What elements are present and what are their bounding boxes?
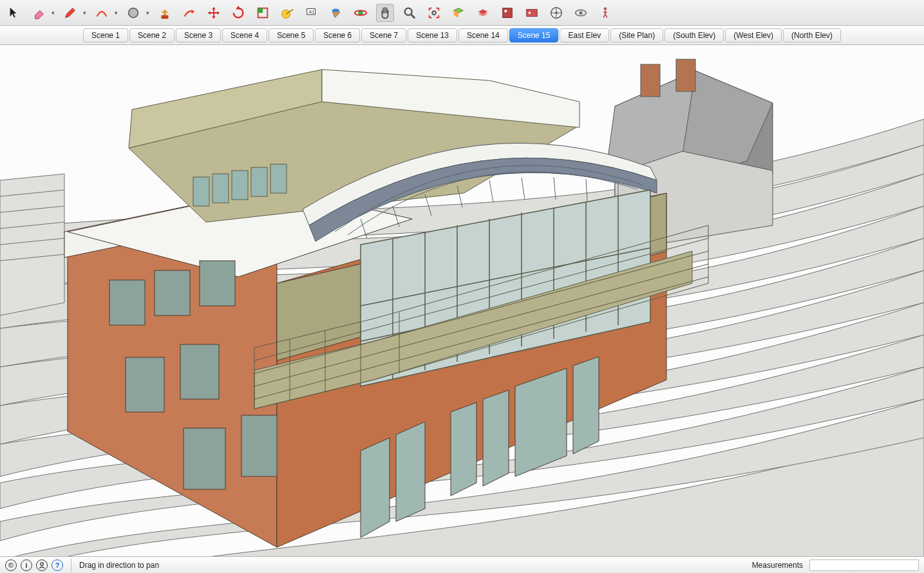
svg-text:A1: A1 <box>308 8 314 14</box>
svg-marker-68 <box>361 438 390 538</box>
scene-tabs-bar: Scene 1Scene 2Scene 3Scene 4Scene 5Scene… <box>0 26 924 45</box>
user-icon[interactable] <box>36 559 48 571</box>
svg-rect-20 <box>503 8 513 17</box>
svg-rect-51 <box>180 344 219 399</box>
svg-rect-49 <box>200 261 235 306</box>
measurements-input[interactable] <box>809 559 919 571</box>
svg-marker-4 <box>236 6 240 10</box>
svg-line-14 <box>411 14 415 18</box>
scene-tab-5[interactable]: Scene 6 <box>315 28 360 42</box>
scene-tab-1[interactable]: Scene 2 <box>129 28 174 42</box>
svg-rect-58 <box>212 174 229 203</box>
svg-rect-61 <box>270 164 287 193</box>
scale-tool[interactable] <box>254 4 272 22</box>
arc-tool[interactable] <box>93 4 111 22</box>
svg-marker-0 <box>35 10 44 19</box>
section-plane-tool[interactable] <box>449 4 467 22</box>
scene-tab-13[interactable]: (West Elev) <box>725 28 782 42</box>
svg-marker-69 <box>396 422 425 521</box>
circle-tool-dropdown[interactable]: ▾ <box>146 10 149 16</box>
zoom-extents-tool[interactable] <box>425 4 443 22</box>
svg-point-13 <box>405 8 412 15</box>
svg-marker-65 <box>483 390 509 486</box>
svg-point-29 <box>579 11 583 15</box>
text-tool[interactable]: A1 <box>303 4 321 22</box>
svg-rect-6 <box>258 8 263 12</box>
svg-rect-48 <box>155 270 190 315</box>
scene-tab-10[interactable]: East Elev <box>560 28 609 42</box>
measurements-label: Measurements <box>752 561 803 570</box>
separator <box>71 559 71 572</box>
followme-tool[interactable] <box>180 4 198 22</box>
select-tool[interactable] <box>5 4 23 22</box>
scene-tab-6[interactable]: Scene 7 <box>361 28 406 42</box>
svg-marker-3 <box>192 9 194 14</box>
copyright-icon[interactable]: © <box>5 559 17 571</box>
svg-rect-57 <box>193 177 209 206</box>
move-tool[interactable] <box>205 4 223 22</box>
svg-rect-21 <box>504 10 507 12</box>
look-around-tool[interactable] <box>572 4 590 22</box>
svg-point-15 <box>432 11 436 15</box>
model-viewport[interactable] <box>0 45 924 556</box>
svg-marker-64 <box>451 402 476 496</box>
status-bar: © i ? Drag in direction to pan Measureme… <box>0 556 924 573</box>
pan-tool[interactable] <box>376 4 394 22</box>
pushpull-tool[interactable] <box>156 4 174 22</box>
circle-tool[interactable] <box>124 4 142 22</box>
svg-rect-47 <box>109 280 145 325</box>
svg-point-30 <box>604 7 607 10</box>
svg-rect-22 <box>527 9 538 16</box>
layers-tool[interactable] <box>474 4 492 22</box>
svg-point-10 <box>332 8 339 12</box>
scene-tab-0[interactable]: Scene 1 <box>83 28 128 42</box>
main-toolbar: ▾▾▾▾A1 <box>0 0 924 26</box>
scene-tab-3[interactable]: Scene 4 <box>222 28 267 42</box>
svg-rect-42 <box>641 64 660 97</box>
tape-measure-tool[interactable] <box>278 4 296 22</box>
scene-tab-8[interactable]: Scene 14 <box>458 28 508 42</box>
paint-bucket-tool[interactable] <box>327 4 345 22</box>
status-hint: Drag in direction to pan <box>79 561 159 570</box>
svg-point-27 <box>555 12 558 14</box>
svg-rect-43 <box>676 59 695 91</box>
scene-tab-2[interactable]: Scene 3 <box>176 28 221 42</box>
arc-tool-dropdown[interactable]: ▾ <box>115 10 118 16</box>
svg-marker-67 <box>573 357 599 454</box>
svg-point-11 <box>358 10 363 15</box>
scene-tab-12[interactable]: (South Elev) <box>665 28 724 42</box>
walk-tool[interactable] <box>596 4 614 22</box>
rotate-tool[interactable] <box>229 4 247 22</box>
outliner-tool[interactable] <box>498 4 516 22</box>
scene-tab-14[interactable]: (North Elev) <box>783 28 841 42</box>
help-icon[interactable]: ? <box>52 559 63 571</box>
position-camera-tool[interactable] <box>547 4 565 22</box>
svg-rect-52 <box>184 428 225 489</box>
orbit-tool[interactable] <box>352 4 370 22</box>
scene-tab-7[interactable]: Scene 13 <box>408 28 457 42</box>
scene-tab-4[interactable]: Scene 5 <box>269 28 314 42</box>
scene-tab-11[interactable]: (Site Plan) <box>610 28 663 42</box>
svg-rect-2 <box>162 15 169 18</box>
info-icon[interactable]: i <box>21 559 32 571</box>
svg-rect-60 <box>251 167 267 196</box>
zoom-tool[interactable] <box>401 4 419 22</box>
svg-rect-59 <box>232 171 248 200</box>
svg-point-1 <box>129 8 138 17</box>
styles-tool[interactable] <box>523 4 541 22</box>
scene-tab-9[interactable]: Scene 15 <box>509 28 559 42</box>
pencil-tool-dropdown[interactable]: ▾ <box>83 10 86 16</box>
eraser-tool[interactable] <box>30 4 48 22</box>
svg-rect-50 <box>126 357 164 412</box>
pencil-tool[interactable] <box>61 4 79 22</box>
svg-point-23 <box>529 12 531 14</box>
eraser-tool-dropdown[interactable]: ▾ <box>52 10 55 16</box>
svg-point-97 <box>41 562 44 565</box>
